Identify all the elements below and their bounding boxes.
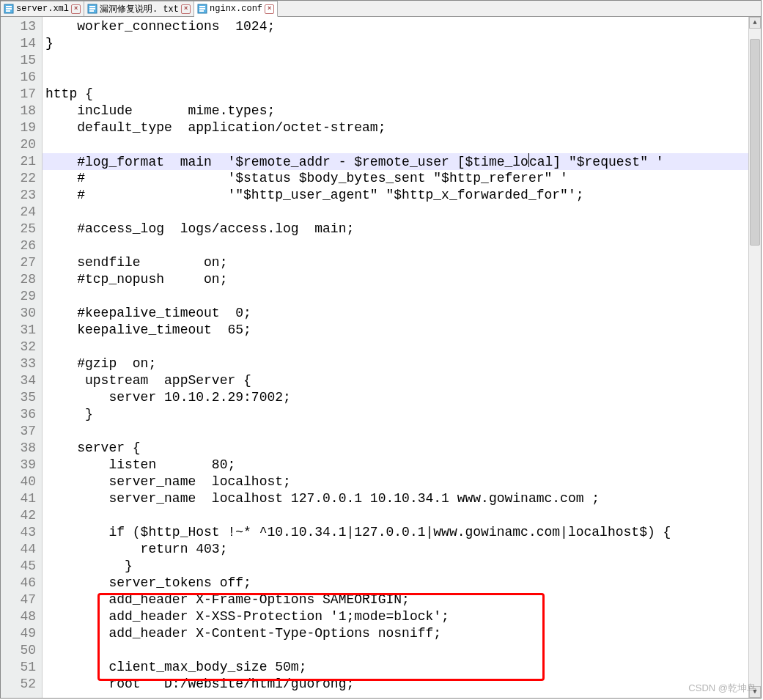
code-line[interactable]: keepalive_timeout 65;: [43, 322, 748, 339]
code-line[interactable]: server_name localhost 127.0.0.1 10.10.34…: [43, 490, 748, 507]
code-line[interactable]: server_name localhost;: [43, 474, 748, 490]
code-line[interactable]: [43, 52, 748, 69]
line-number: 22: [1, 170, 42, 187]
line-number: 40: [1, 474, 42, 490]
scroll-down-arrow[interactable]: ▼: [749, 686, 761, 698]
code-line[interactable]: #access_log logs/access.log main;: [43, 221, 748, 237]
code-line[interactable]: }: [43, 406, 748, 423]
svg-rect-5: [89, 6, 95, 7]
code-line[interactable]: [43, 288, 748, 305]
code-line[interactable]: upstream appServer {: [43, 372, 748, 389]
code-line[interactable]: client_max_body_size 50m;: [43, 659, 748, 676]
line-number: 46: [1, 575, 42, 592]
code-line[interactable]: root D:/website/html/guorong;: [43, 676, 748, 693]
line-number: 39: [1, 457, 42, 474]
svg-rect-10: [199, 8, 205, 10]
code-line[interactable]: default_type application/octet-stream;: [43, 119, 748, 136]
line-number: 29: [1, 288, 42, 305]
line-number: 45: [1, 558, 42, 575]
code-line[interactable]: listen 80;: [43, 457, 748, 474]
line-number: 31: [1, 322, 42, 339]
line-number: 21: [1, 153, 42, 170]
code-line[interactable]: }: [43, 35, 748, 52]
vertical-scrollbar[interactable]: ▲ ▼: [748, 17, 761, 698]
tab--txt[interactable]: 漏洞修复说明. txt×: [84, 1, 194, 16]
line-number: 47: [1, 592, 42, 608]
code-line[interactable]: [43, 69, 748, 86]
code-line[interactable]: server 10.10.2.29:7002;: [43, 389, 748, 406]
code-line[interactable]: if ($http_Host !~* ^10.10.34.1|127.0.0.1…: [43, 524, 748, 541]
svg-rect-6: [89, 8, 95, 10]
tab-server-xml[interactable]: server.xml×: [1, 1, 84, 16]
line-number: 30: [1, 305, 42, 322]
svg-rect-1: [6, 6, 12, 7]
editor: 1314151617181920212223242526272829303132…: [1, 17, 761, 698]
code-line[interactable]: add_header X-XSS-Protection '1;mode=bloc…: [43, 608, 748, 625]
line-number: 33: [1, 355, 42, 372]
close-icon[interactable]: ×: [265, 4, 274, 14]
line-number: 23: [1, 187, 42, 204]
svg-rect-7: [89, 10, 94, 12]
line-number: 43: [1, 524, 42, 541]
code-line[interactable]: include mime.types;: [43, 103, 748, 119]
code-line[interactable]: }: [43, 558, 748, 575]
close-icon[interactable]: ×: [181, 4, 191, 14]
line-number: 36: [1, 406, 42, 423]
svg-rect-2: [6, 8, 12, 10]
code-line[interactable]: add_header X-Content-Type-Options nosnif…: [43, 625, 748, 642]
line-number: 49: [1, 625, 42, 642]
line-number: 42: [1, 507, 42, 524]
line-number: 25: [1, 221, 42, 237]
line-number: 52: [1, 676, 42, 693]
line-number: 38: [1, 440, 42, 457]
line-number: 27: [1, 254, 42, 271]
code-line[interactable]: #log_format main '$remote_addr - $remote…: [43, 153, 748, 170]
code-line[interactable]: [43, 339, 748, 355]
line-number: 19: [1, 119, 42, 136]
line-number: 48: [1, 608, 42, 625]
code-line[interactable]: [43, 423, 748, 440]
tab-nginx-conf[interactable]: nginx.conf×: [194, 1, 278, 17]
tab-label: nginx.conf: [210, 4, 262, 14]
code-line[interactable]: # '$status $body_bytes_sent "$http_refer…: [43, 170, 748, 187]
line-number: 24: [1, 204, 42, 221]
line-number: 41: [1, 490, 42, 507]
text-caret: [528, 153, 529, 167]
file-icon: [197, 4, 207, 14]
code-line[interactable]: return 403;: [43, 541, 748, 558]
code-line[interactable]: [43, 136, 748, 153]
line-number: 51: [1, 659, 42, 676]
scroll-up-arrow[interactable]: ▲: [749, 17, 761, 29]
code-line[interactable]: [43, 204, 748, 221]
scroll-thumb[interactable]: [750, 39, 760, 246]
line-number: 13: [1, 18, 42, 35]
code-line[interactable]: #tcp_nopush on;: [43, 271, 748, 288]
code-line[interactable]: add_header X-Frame-Options SAMEORIGIN;: [43, 592, 748, 608]
code-line[interactable]: #gzip on;: [43, 355, 748, 372]
code-line[interactable]: worker_connections 1024;: [43, 18, 748, 35]
line-number: 35: [1, 389, 42, 406]
line-number-gutter: 1314151617181920212223242526272829303132…: [1, 17, 43, 698]
code-line[interactable]: http {: [43, 86, 748, 103]
code-line[interactable]: # '"$http_user_agent" "$http_x_forwarded…: [43, 187, 748, 204]
file-icon: [4, 4, 14, 14]
close-icon[interactable]: ×: [71, 4, 81, 14]
line-number: 17: [1, 86, 42, 103]
code-line[interactable]: [43, 507, 748, 524]
line-number: 26: [1, 237, 42, 254]
code-line[interactable]: server_tokens off;: [43, 575, 748, 592]
code-area[interactable]: worker_connections 1024;}http { include …: [43, 17, 748, 698]
tab-label: 漏洞修复说明. txt: [100, 3, 179, 15]
code-line[interactable]: server {: [43, 440, 748, 457]
file-icon: [87, 4, 97, 14]
line-number: 50: [1, 642, 42, 659]
code-line[interactable]: sendfile on;: [43, 254, 748, 271]
editor-window: server.xml×漏洞修复说明. txt×nginx.conf× 13141…: [0, 0, 762, 699]
code-line[interactable]: #keepalive_timeout 0;: [43, 305, 748, 322]
code-line[interactable]: [43, 642, 748, 659]
line-number: 28: [1, 271, 42, 288]
code-line[interactable]: [43, 237, 748, 254]
line-number: 16: [1, 69, 42, 86]
line-number: 20: [1, 136, 42, 153]
line-number: 32: [1, 339, 42, 355]
